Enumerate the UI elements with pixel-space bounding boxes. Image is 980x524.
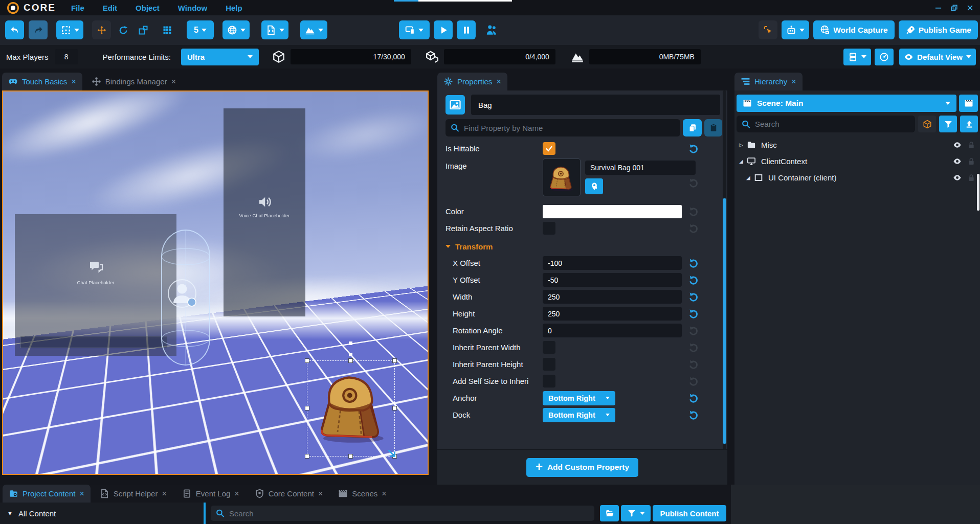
- rotate-tool-button[interactable]: [116, 20, 131, 39]
- field-rotation-angle[interactable]: [543, 324, 682, 337]
- resize-handle[interactable]: [348, 454, 353, 459]
- reset-property-button[interactable]: [688, 308, 699, 320]
- multiplayer-test-button[interactable]: [484, 20, 499, 39]
- content-tree-header[interactable]: ▼ All Content: [0, 503, 204, 524]
- publish-content-button[interactable]: Publish Content: [653, 505, 726, 521]
- content-search-input[interactable]: [211, 506, 594, 521]
- voice-chat-placeholder[interactable]: Voice Chat Placeholder: [224, 108, 305, 316]
- tree-row-clientcontext[interactable]: ◢ClientContext: [737, 154, 978, 169]
- resize-handle[interactable]: [392, 406, 397, 411]
- checkbox-inherit-parent-width[interactable]: [543, 341, 555, 354]
- tab-close-icon[interactable]: ×: [162, 490, 166, 498]
- paste-properties-button[interactable]: [704, 119, 722, 136]
- export-button[interactable]: [960, 116, 978, 132]
- tree-row-ui-container-client[interactable]: ◢UI Container (client): [737, 170, 978, 185]
- field-x-offset[interactable]: [543, 256, 682, 270]
- tab-close-icon[interactable]: ×: [791, 78, 796, 86]
- script-dropdown[interactable]: [261, 20, 288, 39]
- expander-collapsed-icon[interactable]: ▷: [739, 142, 746, 148]
- dropdown-anchor[interactable]: Bottom Right: [543, 391, 615, 405]
- reset-property-button[interactable]: [688, 393, 699, 404]
- field-width[interactable]: [543, 290, 682, 304]
- resize-handle[interactable]: [305, 358, 309, 363]
- tab-properties[interactable]: Properties ×: [437, 73, 507, 90]
- tab-bindings-manager[interactable]: Bindings Manager×: [85, 73, 182, 90]
- checkbox-retain-aspect-ratio[interactable]: [543, 222, 555, 235]
- resize-handle[interactable]: [305, 454, 309, 459]
- grid-size-dropdown[interactable]: 5: [187, 20, 214, 39]
- reset-property-button[interactable]: [688, 206, 699, 217]
- pause-button[interactable]: [457, 20, 476, 39]
- pivot-handle[interactable]: [349, 353, 352, 356]
- scene-selector-dropdown[interactable]: Scene: Main: [737, 95, 956, 112]
- reset-property-button[interactable]: [688, 177, 699, 189]
- world-settings-dropdown[interactable]: [222, 20, 250, 39]
- scale-tool-button[interactable]: [136, 20, 151, 39]
- selection-box[interactable]: [307, 360, 395, 457]
- reset-property-button[interactable]: [688, 325, 699, 336]
- ui-select-mode-button[interactable]: [759, 20, 777, 39]
- tab-close-icon[interactable]: ×: [171, 78, 176, 86]
- pivot-handle[interactable]: [349, 341, 352, 345]
- scene-viewport[interactable]: Voice Chat Placeholder Chat Placeholder: [2, 90, 429, 475]
- add-custom-property-button[interactable]: + Add Custom Property: [526, 458, 638, 477]
- tab-script-helper[interactable]: Script Helper×: [94, 485, 173, 503]
- menu-window[interactable]: Window: [178, 4, 207, 12]
- expander-expanded-icon[interactable]: ◢: [739, 158, 746, 164]
- property-search-input[interactable]: [446, 119, 680, 136]
- tab-close-icon[interactable]: ×: [71, 78, 76, 86]
- hierarchy-scrollbar[interactable]: [977, 174, 979, 211]
- publish-game-button[interactable]: Publish Game: [899, 20, 978, 39]
- checkbox-is-hittable[interactable]: [543, 142, 555, 155]
- network-debug-button[interactable]: [918, 116, 936, 132]
- redo-button[interactable]: [29, 20, 48, 39]
- menu-help[interactable]: Help: [226, 4, 242, 12]
- performance-limits-dropdown[interactable]: Ultra: [181, 49, 259, 65]
- tab-close-icon[interactable]: ×: [79, 490, 84, 498]
- reset-property-button[interactable]: [688, 223, 699, 234]
- performance-monitor-button[interactable]: [875, 49, 894, 65]
- section-header-transform[interactable]: Transform: [446, 239, 722, 254]
- hierarchy-search-input[interactable]: [737, 116, 915, 132]
- lock-toggle[interactable]: [967, 141, 975, 149]
- visibility-toggle[interactable]: [952, 157, 963, 166]
- reset-property-button[interactable]: [688, 143, 699, 154]
- terrain-dropdown[interactable]: [300, 20, 327, 39]
- lock-toggle[interactable]: [967, 157, 975, 166]
- reset-property-button[interactable]: [688, 376, 699, 387]
- menu-object[interactable]: Object: [136, 4, 160, 12]
- undo-button[interactable]: [5, 20, 24, 39]
- server-settings-dropdown[interactable]: [843, 49, 871, 65]
- reset-property-button[interactable]: [688, 275, 699, 286]
- tab-event-log[interactable]: Event Log×: [176, 485, 246, 503]
- tab-close-icon[interactable]: ×: [234, 490, 239, 498]
- resize-handle[interactable]: [305, 406, 309, 411]
- grid-snap-button[interactable]: [160, 20, 175, 39]
- properties-scrollbar[interactable]: [723, 90, 726, 450]
- visibility-toggle[interactable]: [952, 173, 963, 182]
- world-capture-button[interactable]: World Capture: [813, 20, 895, 39]
- tree-row-misc[interactable]: ▷Misc: [737, 138, 978, 152]
- new-folder-button[interactable]: [600, 505, 619, 521]
- tab-project-content[interactable]: Project Content×: [3, 485, 91, 503]
- checkbox-inherit-parent-height[interactable]: [543, 358, 555, 371]
- filter-button[interactable]: [939, 116, 957, 132]
- max-players-value[interactable]: 8: [55, 49, 78, 64]
- reset-property-button[interactable]: [688, 409, 699, 421]
- reset-property-button[interactable]: [688, 359, 699, 370]
- asset-name-value[interactable]: Survival Bag 001: [585, 161, 696, 175]
- expander-expanded-icon[interactable]: ▼: [7, 510, 13, 516]
- field-height[interactable]: [543, 307, 682, 321]
- tab-close-icon[interactable]: ×: [318, 490, 323, 498]
- content-filter-dropdown[interactable]: [621, 505, 651, 521]
- color-swatch[interactable]: [543, 205, 682, 218]
- tab-close-icon[interactable]: ×: [382, 490, 386, 498]
- restore-button[interactable]: [950, 4, 958, 12]
- play-button[interactable]: [434, 20, 453, 39]
- checkbox-add-self-size-to-inheri[interactable]: [543, 375, 555, 388]
- image-asset-thumbnail[interactable]: [543, 158, 581, 196]
- npc-tools-dropdown[interactable]: [782, 20, 809, 39]
- visibility-toggle[interactable]: [952, 141, 963, 149]
- tab-close-icon[interactable]: ×: [496, 78, 501, 86]
- scrollbar-thumb[interactable]: [723, 198, 726, 444]
